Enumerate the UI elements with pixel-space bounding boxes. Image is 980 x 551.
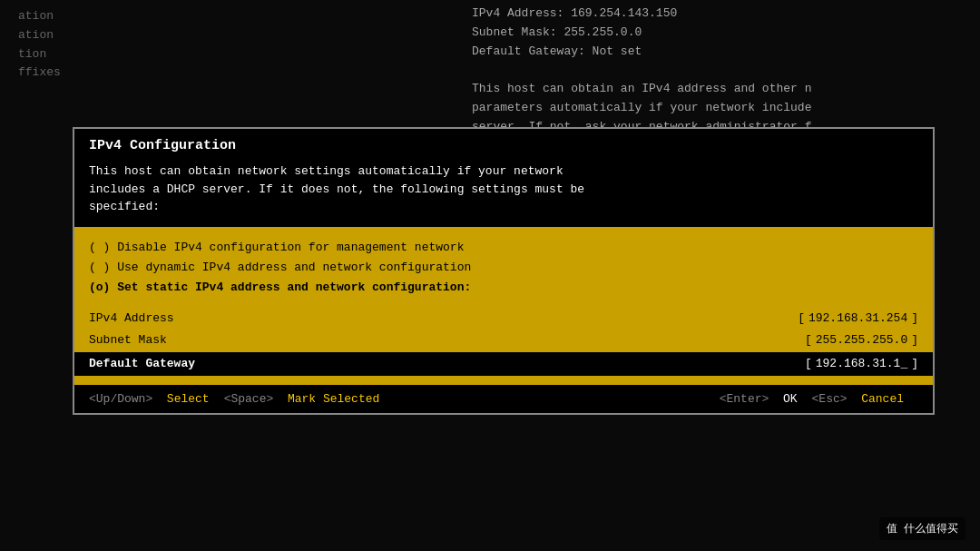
desc-line2: includes a DHCP server. If it does not, …	[89, 181, 918, 199]
nav-updown: <Up/Down> Select	[89, 392, 210, 406]
subnet-mask-value[interactable]: 255.255.255.0	[816, 330, 907, 350]
screen: ation ation tion ffixes IPv4 Address: 16…	[0, 0, 980, 551]
bg-line: Subnet Mask: 255.255.0.0	[472, 24, 926, 43]
option-disable[interactable]: ( ) Disable IPv4 configuration for manag…	[89, 238, 918, 258]
options-area: ( ) Disable IPv4 configuration for manag…	[74, 227, 933, 305]
fields-area: IPv4 Address [ 192.168.31.254 ] Subnet M…	[74, 305, 933, 385]
dialog-description: This host can obtain network settings au…	[74, 159, 933, 227]
subnet-mask-row: Subnet Mask [ 255.255.255.0 ]	[89, 330, 918, 350]
nav-space: <Space> Mark Selected	[224, 392, 380, 406]
ipv4-address-label: IPv4 Address	[89, 309, 270, 329]
default-gateway-label: Default Gateway	[89, 354, 270, 374]
ipv4-config-dialog: IPv4 Configuration This host can obtain …	[73, 127, 935, 415]
bg-line	[472, 61, 926, 80]
dialog-title: IPv4 Configuration	[74, 129, 933, 159]
default-gateway-value[interactable]: 192.168.31.1_	[816, 354, 907, 374]
nav-bar: <Up/Down> Select <Space> Mark Selected <…	[74, 385, 933, 413]
desc-line3: specified:	[89, 198, 918, 216]
subnet-mask-input-area[interactable]: [ 255.255.255.0 ]	[805, 330, 918, 350]
bg-line: This host can obtain an IPv4 address and…	[472, 80, 926, 99]
ipv4-address-value[interactable]: 192.168.31.254	[808, 309, 907, 329]
watermark: 值 什么值得买	[879, 517, 965, 540]
default-gateway-input-area[interactable]: [ 192.168.31.1_ ]	[805, 354, 918, 374]
bg-left-terminal: ation ation tion ffixes	[18, 0, 61, 83]
bg-line: ation	[18, 7, 61, 26]
bg-line: tion	[18, 45, 61, 64]
ipv4-address-input-area[interactable]: [ 192.168.31.254 ]	[798, 309, 918, 329]
option-dynamic[interactable]: ( ) Use dynamic IPv4 address and network…	[89, 258, 918, 278]
default-gateway-row[interactable]: Default Gateway [ 192.168.31.1_ ]	[74, 352, 933, 376]
bg-line: Default Gateway: Not set	[472, 43, 926, 62]
option-static[interactable]: (o) Set static IPv4 address and network …	[89, 278, 918, 298]
nav-esc[interactable]: <Esc> Cancel	[812, 392, 904, 406]
bg-line: ffixes	[18, 64, 61, 83]
bg-line: parameters automatically if your network…	[472, 99, 926, 118]
subnet-mask-label: Subnet Mask	[89, 330, 270, 350]
bg-line: IPv4 Address: 169.254.143.150	[472, 5, 926, 24]
nav-enter[interactable]: <Enter> OK	[720, 392, 798, 406]
bg-line: ation	[18, 26, 61, 45]
desc-line1: This host can obtain network settings au…	[89, 162, 918, 181]
ipv4-address-row: IPv4 Address [ 192.168.31.254 ]	[89, 309, 918, 329]
